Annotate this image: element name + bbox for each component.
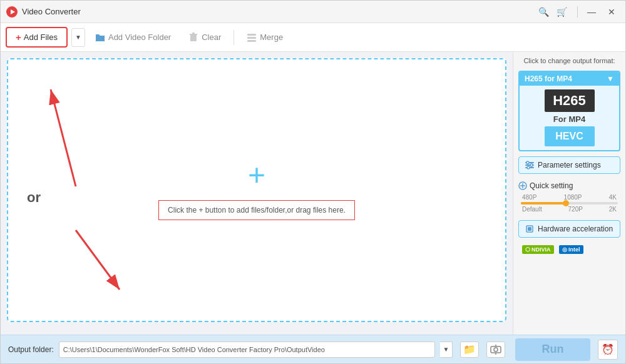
drop-zone[interactable]: + Click the + button to add files/folder… [7,58,506,322]
format-label: H265 for MP4 [525,74,572,83]
gpu-badges-row: ⬡ NDIVIA ◎ Intel [518,243,620,256]
open-folder-button[interactable]: 📁 [460,341,479,358]
format-hint: Click to change output format: [518,57,620,64]
quick-setting-title: Quick setting [518,181,620,190]
add-files-label: Add Files [24,33,58,42]
intel-label: Intel [568,246,580,253]
add-files-button[interactable]: + Add Files [6,27,68,48]
add-video-folder-label: Add Video Folder [108,33,171,42]
quality-label-720p: 720P [568,206,583,213]
alarm-button[interactable]: ⏰ [598,340,618,360]
parameter-settings-button[interactable]: Parameter settings [518,156,620,174]
hardware-acceleration-label: Hardware acceleration [538,225,613,233]
format-dropdown-icon: ▼ [607,74,614,83]
quick-setting-icon [518,181,527,190]
h265-badge: H265 [545,89,595,112]
quality-label-4k: 4K [609,194,617,201]
svg-rect-3 [190,34,197,35]
hevc-badge: HEVC [545,126,595,146]
intel-icon: ◎ [562,246,567,253]
output-folder-label: Output folder: [8,345,54,354]
scan-button[interactable] [486,341,505,358]
main-window: Video Converter 🔍 🛒 — ✕ + Add Files ▼ Ad… [0,0,626,364]
quality-slider-track [521,202,618,205]
quick-setting-label: Quick setting [530,181,573,190]
run-button[interactable]: Run [515,338,590,361]
quick-setting-section: Quick setting 480P 1080P 4K Default 720P [518,179,620,215]
svg-rect-4 [192,33,195,34]
close-button[interactable]: ✕ [603,4,620,19]
quality-labels-bottom: Default 720P 2K [521,206,618,213]
add-video-folder-button[interactable]: Add Video Folder [88,29,178,46]
trash-icon [188,33,198,43]
window-title: Video Converter [22,7,538,16]
svg-point-14 [526,161,529,164]
quality-slider-dot [563,200,569,206]
nvidia-label: NDIVIA [531,246,551,253]
for-mp4-label: For MP4 [553,114,585,124]
nvidia-badge: ⬡ NDIVIA [522,245,554,254]
drop-zone-plus-icon: + [248,160,265,190]
parameter-settings-label: Parameter settings [538,161,601,169]
merge-label: Merge [260,33,283,42]
quality-label-2k: 2K [609,206,617,213]
svg-rect-7 [247,40,256,42]
quality-labels-top: 480P 1080P 4K [521,194,618,201]
add-files-dropdown-button[interactable]: ▼ [71,28,85,47]
separator [577,6,578,18]
main-area: or + Click the + button to add files/fol… [1,52,625,335]
format-box[interactable]: H265 for MP4 ▼ H265 For MP4 HEVC [518,71,620,151]
hardware-acceleration-button[interactable]: Hardware acceleration [518,220,620,238]
merge-button[interactable]: Merge [239,29,290,46]
output-path-display: C:\Users\1\Documents\WonderFox Soft\HD V… [59,341,435,358]
content-area: or + Click the + button to add files/fol… [1,52,513,335]
toolbar: + Add Files ▼ Add Video Folder Clear Mer… [1,23,625,52]
bottom-bar: Output folder: C:\Users\1\Documents\Wond… [1,335,625,363]
svg-point-15 [530,164,533,166]
app-icon [6,6,18,18]
search-icon[interactable]: 🔍 [538,7,549,17]
plus-icon: + [16,32,21,43]
format-preview: H265 For MP4 HEVC [520,86,619,150]
quality-slider-fill [521,202,565,205]
titlebar: Video Converter 🔍 🛒 — ✕ [1,1,625,23]
output-path-dropdown-button[interactable]: ▼ [440,341,453,358]
svg-point-16 [527,166,530,169]
folder-icon [95,33,105,43]
clear-label: Clear [202,33,221,42]
clear-button[interactable]: Clear [181,29,228,46]
svg-rect-21 [528,227,531,231]
format-header[interactable]: H265 for MP4 ▼ [520,72,619,86]
scan-icon [490,344,501,355]
quality-label-480p: 480P [522,194,536,201]
hardware-icon [525,225,534,233]
intel-badge: ◎ Intel [559,245,583,254]
drop-zone-hint: Click the + button to add files/folder,o… [158,200,355,220]
minimize-button[interactable]: — [583,4,600,19]
svg-rect-5 [247,34,256,36]
svg-rect-2 [190,35,197,41]
nvidia-icon: ⬡ [525,246,530,253]
svg-rect-6 [247,37,256,39]
cart-icon[interactable]: 🛒 [557,7,567,17]
settings-icon [525,161,534,169]
quality-slider[interactable]: 480P 1080P 4K Default 720P 2K [518,194,620,213]
toolbar-separator [233,30,234,45]
merge-icon [247,33,257,43]
svg-point-23 [494,348,498,351]
titlebar-controls: 🔍 🛒 — ✕ [538,4,620,19]
quality-label-default: Default [522,206,542,213]
right-panel: Click to change output format: H265 for … [513,52,625,335]
